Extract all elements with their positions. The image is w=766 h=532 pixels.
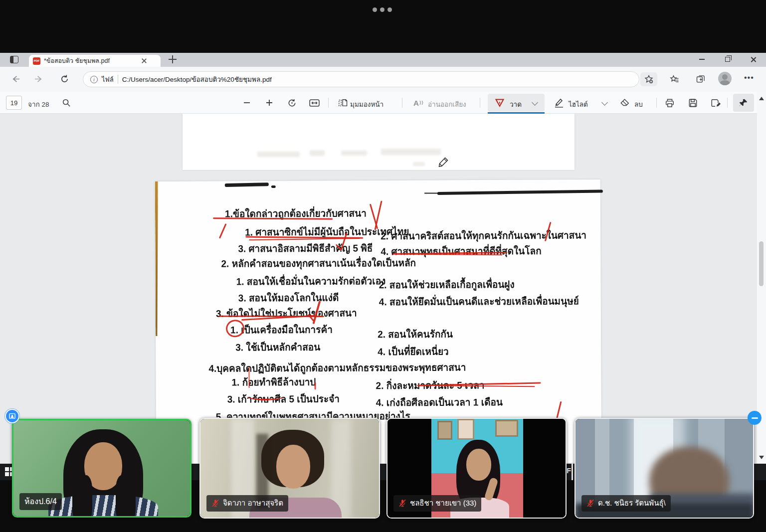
question-3: 3. ข้อใดไม่ใช่ประโยชน์ของศาสนา [216,305,357,321]
question-4-choice-1: 1. ก้อยทำพิธีล้างบาป [231,374,316,390]
divider [118,75,118,84]
address-bar-row: i ไฟล์ C:/Users/acer/Desktop/ข้อสอบติว%2… [0,67,766,92]
participant-name-tag: ห้องป.6/4 [19,493,62,510]
zoom-in-icon[interactable] [263,97,276,109]
red-stroke [219,223,227,238]
url-text: C:/Users/acer/Desktop/ข้อสอบติว%20ชัยชุม… [122,74,272,85]
profile-avatar[interactable] [718,72,732,85]
rotate-icon[interactable] [285,97,298,109]
highlight-label[interactable]: ไฮไลต์ [569,99,588,110]
browser-window: PDF *ข้อสอบติว ชัยชุมพล.pdf i ไฟล์ [0,53,766,464]
favorites-list-icon[interactable] [667,72,682,86]
browser-tab[interactable]: PDF *ข้อสอบติว ชัยชุมพล.pdf [29,55,161,67]
read-aloud-label[interactable]: อ่านออกเสียง [428,99,466,110]
video-tile-1[interactable]: ห้องป.6/4 [12,419,192,518]
participant-name: ชลธิชา ชายเขา (33) [410,497,476,509]
page-view-icon[interactable] [336,97,349,109]
question-4: 4.บุคคลใดปฏิบัติตนได้ถูกต้องตามหลักธรรมข… [208,359,466,376]
question-2-choice-4: 4. สอนให้ยึดมั่นเป็นคนดีและช่วยเหลือเพื่… [379,293,579,310]
video-tile-3[interactable]: ชลธิชา ชายเขา (33) [386,418,567,519]
participant-view-icon[interactable] [5,409,19,423]
forward-icon[interactable] [33,73,44,84]
question-1-choice-2: 2. ศาสนาคริสต์สอนให้ทุกคนรักกันเฉพาะในศา… [381,227,586,244]
page-total-label: จาก 28 [28,99,49,110]
hide-videos-button[interactable] [748,411,762,425]
print-icon[interactable] [663,97,676,109]
file-scheme-label: ไฟล์ [102,74,114,85]
mic-off-icon [398,499,406,507]
divider [656,98,657,108]
read-aloud-icon[interactable]: A⟩⟩ [412,97,425,109]
zoom-out-icon[interactable] [240,97,253,109]
search-icon[interactable] [60,97,73,109]
participant-name-tag: ชลธิชา ชายเขา (33) [393,495,481,512]
participant-name: จิดาภา อาษาสุจริต [223,497,283,509]
participant-name-tag: จิดาภา อาษาสุจริต [206,495,288,512]
pin-icon [739,98,748,107]
pin-toolbar-button[interactable] [733,94,754,112]
divider [572,464,573,480]
divider [727,98,728,108]
tab-title: *ข้อสอบติว ชัยชุมพล.pdf [44,56,141,66]
page-info-icon[interactable]: i [90,76,98,83]
back-icon[interactable] [10,73,21,84]
video-tile-4[interactable]: ด.ช. ชนิธร รัตนพันธุ์\ [574,418,754,519]
mic-off-icon [586,499,594,507]
scrollbar-thumb[interactable] [759,241,764,286]
scan-edge-artifact [155,181,159,336]
divider [402,98,402,108]
scroll-up-icon[interactable] [759,97,764,100]
erase-label[interactable]: ลบ [634,99,643,110]
draw-tool-button[interactable]: วาด [488,94,545,112]
question-2-choice-1: 1. สอนให้เชื่อมั่นในความรักต่อตัวเอง [236,273,386,289]
question-3-choice-4: 4. เป็นที่ยึดเหนี่ยว [378,344,449,359]
video-tile-2[interactable]: จิดาภา อาษาสุจริต [199,418,380,519]
page-number-input[interactable]: 19 [6,96,22,110]
divider [328,98,329,108]
chevron-down-icon [532,99,538,106]
mic-off-icon [211,499,219,507]
new-tab-button[interactable] [169,55,177,63]
draw-pen-icon [495,98,505,110]
refresh-icon[interactable] [59,73,70,84]
participant-name: ด.ช. ชนิธร รัตนพันธุ์\ [598,497,666,509]
page-view-label[interactable]: มุมมองหน้า [350,99,383,110]
add-favorite-icon[interactable] [640,72,657,86]
participant-name-tag: ด.ช. ชนิธร รัตนพันธุ์\ [581,495,671,512]
save-icon[interactable] [686,97,699,109]
window-close-button[interactable] [746,54,761,64]
pdf-toolbar: 19 จาก 28 มุมมองหน้า A⟩⟩ อ่านออกเสียง [0,92,766,114]
erase-icon[interactable] [618,97,631,109]
tab-actions-icon[interactable] [10,56,18,63]
pdf-favicon-icon: PDF [33,57,40,65]
question-3-choice-1: 1. เป็นเครื่องมือในการค้า [230,322,333,338]
pencil-cursor-icon [438,157,449,170]
fit-width-icon[interactable] [308,97,321,109]
scroll-down-icon[interactable] [759,456,764,459]
window-minimize-button[interactable] [694,54,709,64]
chevron-down-icon[interactable] [601,99,608,106]
browser-titlebar: PDF *ข้อสอบติว ชัยชุมพล.pdf [0,53,766,67]
question-3-choice-3: 3. ใช้เป็นหลักคำสอน [235,339,320,355]
address-bar[interactable]: i ไฟล์ C:/Users/acer/Desktop/ข้อสอบติว%2… [83,71,639,87]
browser-menu-icon[interactable]: ••• [744,73,754,82]
question-2: 2. หลักคำสอนของทุกศาสนาเน้นเรื่องใดเป็นห… [221,255,416,271]
more-options-dots-icon[interactable] [371,5,393,14]
save-as-icon[interactable] [709,97,722,109]
pdf-page-previous [183,114,574,170]
question-1-choice-3: 3. ศาสนาอิสลามมีพิธีสำคัญ 5 พิธี [238,240,373,256]
red-stroke [315,382,316,390]
window-restore-button[interactable] [720,54,735,64]
collections-icon[interactable] [693,72,708,86]
tab-close-icon[interactable] [141,58,147,64]
highlight-icon[interactable] [553,97,566,109]
divider [480,98,480,108]
question-2-choice-3: 3. สอนให้มองโลกในแง่ดี [238,290,339,306]
red-stroke [248,367,249,388]
question-4-choice-3: 3. เก้ารักษาศีล 5 เป็นประจำ [227,391,340,407]
pdf-content-area[interactable]: 1.ข้อใดกล่าวถูกต้องเกี่ยวกับศาสนา 1. ศาส… [0,114,757,464]
participant-name: ห้องป.6/4 [24,495,57,508]
shared-screen: PDF *ข้อสอบติว ชัยชุมพล.pdf i ไฟล์ [0,0,766,532]
scrollbar[interactable] [757,92,766,464]
draw-label: วาด [510,99,522,110]
